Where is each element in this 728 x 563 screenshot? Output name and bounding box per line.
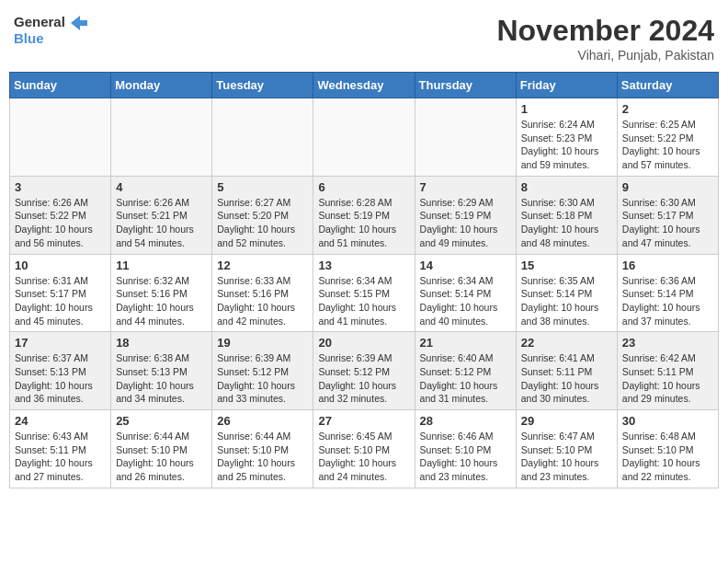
weekday-header-thursday: Thursday	[415, 73, 516, 98]
day-info: Sunrise: 6:31 AMSunset: 5:17 PMDaylight:…	[15, 274, 106, 328]
day-info: Sunrise: 6:36 AMSunset: 5:14 PMDaylight:…	[622, 274, 713, 328]
calendar-cell: 4Sunrise: 6:26 AMSunset: 5:21 PMDaylight…	[111, 176, 212, 254]
day-info: Sunrise: 6:41 AMSunset: 5:11 PMDaylight:…	[521, 351, 612, 406]
calendar-cell: 2Sunrise: 6:25 AMSunset: 5:22 PMDaylight…	[617, 98, 718, 177]
day-info: Sunrise: 6:25 AMSunset: 5:22 PMDaylight:…	[622, 118, 713, 172]
calendar-week-row: 3Sunrise: 6:26 AMSunset: 5:22 PMDaylight…	[10, 176, 719, 254]
calendar-cell: 22Sunrise: 6:41 AMSunset: 5:11 PMDayligh…	[516, 332, 617, 410]
day-info: Sunrise: 6:38 AMSunset: 5:13 PMDaylight:…	[116, 351, 207, 406]
day-number: 19	[217, 336, 308, 350]
calendar-cell: 30Sunrise: 6:48 AMSunset: 5:10 PMDayligh…	[617, 410, 718, 488]
location: Vihari, Punjab, Pakistan	[496, 48, 714, 63]
day-number: 3	[15, 180, 106, 194]
weekday-header-wednesday: Wednesday	[313, 73, 415, 98]
calendar-cell: 17Sunrise: 6:37 AMSunset: 5:13 PMDayligh…	[10, 332, 111, 410]
logo-text: General Blue	[14, 14, 87, 46]
day-info: Sunrise: 6:32 AMSunset: 5:16 PMDaylight:…	[116, 274, 207, 328]
weekday-header-saturday: Saturday	[617, 73, 718, 98]
day-number: 2	[622, 102, 713, 116]
calendar-cell: 18Sunrise: 6:38 AMSunset: 5:13 PMDayligh…	[111, 332, 212, 410]
logo-line1: General	[14, 14, 65, 29]
day-info: Sunrise: 6:26 AMSunset: 5:22 PMDaylight:…	[15, 196, 106, 250]
day-number: 9	[622, 180, 713, 194]
calendar-cell	[212, 98, 313, 177]
day-info: Sunrise: 6:29 AMSunset: 5:19 PMDaylight:…	[420, 196, 511, 250]
day-info: Sunrise: 6:47 AMSunset: 5:10 PMDaylight:…	[521, 430, 612, 484]
calendar-week-row: 1Sunrise: 6:24 AMSunset: 5:23 PMDaylight…	[10, 98, 719, 177]
calendar-cell: 12Sunrise: 6:33 AMSunset: 5:16 PMDayligh…	[212, 254, 313, 332]
day-info: Sunrise: 6:37 AMSunset: 5:13 PMDaylight:…	[15, 351, 106, 406]
day-number: 24	[15, 414, 106, 428]
day-number: 30	[622, 414, 713, 428]
day-number: 14	[420, 259, 511, 272]
calendar-cell	[313, 98, 415, 177]
day-info: Sunrise: 6:46 AMSunset: 5:10 PMDaylight:…	[420, 430, 511, 484]
calendar-cell: 25Sunrise: 6:44 AMSunset: 5:10 PMDayligh…	[111, 410, 212, 488]
day-number: 28	[420, 414, 511, 428]
calendar-table: SundayMondayTuesdayWednesdayThursdayFrid…	[9, 72, 719, 488]
day-number: 23	[622, 336, 713, 350]
calendar-cell: 23Sunrise: 6:42 AMSunset: 5:11 PMDayligh…	[617, 332, 718, 410]
month-title: November 2024	[496, 14, 714, 48]
calendar-cell: 8Sunrise: 6:30 AMSunset: 5:18 PMDaylight…	[516, 176, 617, 254]
day-info: Sunrise: 6:39 AMSunset: 5:12 PMDaylight:…	[318, 351, 409, 406]
day-info: Sunrise: 6:44 AMSunset: 5:10 PMDaylight:…	[116, 430, 207, 484]
day-number: 12	[217, 259, 308, 272]
day-info: Sunrise: 6:42 AMSunset: 5:11 PMDaylight:…	[622, 351, 713, 406]
calendar-cell: 3Sunrise: 6:26 AMSunset: 5:22 PMDaylight…	[10, 176, 111, 254]
calendar-cell: 5Sunrise: 6:27 AMSunset: 5:20 PMDaylight…	[212, 176, 313, 254]
calendar-cell: 14Sunrise: 6:34 AMSunset: 5:14 PMDayligh…	[415, 254, 516, 332]
weekday-header-sunday: Sunday	[10, 73, 111, 98]
day-info: Sunrise: 6:26 AMSunset: 5:21 PMDaylight:…	[116, 196, 207, 250]
day-number: 6	[318, 180, 409, 194]
day-info: Sunrise: 6:24 AMSunset: 5:23 PMDaylight:…	[521, 118, 612, 172]
day-number: 13	[318, 259, 409, 272]
weekday-header-monday: Monday	[111, 73, 212, 98]
weekday-header-row: SundayMondayTuesdayWednesdayThursdayFrid…	[10, 73, 719, 98]
logo: General Blue	[14, 14, 87, 46]
calendar-cell: 6Sunrise: 6:28 AMSunset: 5:19 PMDaylight…	[313, 176, 415, 254]
calendar-cell	[10, 98, 111, 177]
day-info: Sunrise: 6:27 AMSunset: 5:20 PMDaylight:…	[217, 196, 308, 250]
calendar-cell: 7Sunrise: 6:29 AMSunset: 5:19 PMDaylight…	[415, 176, 516, 254]
calendar-cell: 26Sunrise: 6:44 AMSunset: 5:10 PMDayligh…	[212, 410, 313, 488]
day-info: Sunrise: 6:43 AMSunset: 5:11 PMDaylight:…	[15, 430, 106, 484]
day-number: 22	[521, 336, 612, 350]
day-number: 25	[116, 414, 207, 428]
logo-line2: Blue	[14, 30, 87, 46]
calendar-cell: 11Sunrise: 6:32 AMSunset: 5:16 PMDayligh…	[111, 254, 212, 332]
calendar-cell: 19Sunrise: 6:39 AMSunset: 5:12 PMDayligh…	[212, 332, 313, 410]
day-info: Sunrise: 6:39 AMSunset: 5:12 PMDaylight:…	[217, 351, 308, 406]
day-number: 29	[521, 414, 612, 428]
day-number: 7	[420, 180, 511, 194]
calendar-cell: 16Sunrise: 6:36 AMSunset: 5:14 PMDayligh…	[617, 254, 718, 332]
day-number: 20	[318, 336, 409, 350]
calendar-cell: 24Sunrise: 6:43 AMSunset: 5:11 PMDayligh…	[10, 410, 111, 488]
calendar-cell	[415, 98, 516, 177]
day-number: 1	[521, 102, 612, 116]
calendar-cell: 9Sunrise: 6:30 AMSunset: 5:17 PMDaylight…	[617, 176, 718, 254]
calendar-cell: 10Sunrise: 6:31 AMSunset: 5:17 PMDayligh…	[10, 254, 111, 332]
day-info: Sunrise: 6:45 AMSunset: 5:10 PMDaylight:…	[318, 430, 409, 484]
day-info: Sunrise: 6:28 AMSunset: 5:19 PMDaylight:…	[318, 196, 409, 250]
day-info: Sunrise: 6:30 AMSunset: 5:17 PMDaylight:…	[622, 196, 713, 250]
day-number: 8	[521, 180, 612, 194]
day-info: Sunrise: 6:34 AMSunset: 5:14 PMDaylight:…	[420, 274, 511, 328]
day-number: 18	[116, 336, 207, 350]
day-info: Sunrise: 6:48 AMSunset: 5:10 PMDaylight:…	[622, 430, 713, 484]
day-number: 10	[15, 259, 106, 272]
calendar-week-row: 24Sunrise: 6:43 AMSunset: 5:11 PMDayligh…	[10, 410, 719, 488]
weekday-header-tuesday: Tuesday	[212, 73, 313, 98]
day-number: 15	[521, 259, 612, 272]
day-info: Sunrise: 6:40 AMSunset: 5:12 PMDaylight:…	[420, 351, 511, 406]
day-info: Sunrise: 6:35 AMSunset: 5:14 PMDaylight:…	[521, 274, 612, 328]
day-info: Sunrise: 6:34 AMSunset: 5:15 PMDaylight:…	[318, 274, 409, 328]
calendar-cell: 1Sunrise: 6:24 AMSunset: 5:23 PMDaylight…	[516, 98, 617, 177]
day-number: 4	[116, 180, 207, 194]
calendar-cell: 13Sunrise: 6:34 AMSunset: 5:15 PMDayligh…	[313, 254, 415, 332]
day-info: Sunrise: 6:30 AMSunset: 5:18 PMDaylight:…	[521, 196, 612, 250]
svg-marker-0	[71, 16, 87, 30]
weekday-header-friday: Friday	[516, 73, 617, 98]
calendar-cell	[111, 98, 212, 177]
day-info: Sunrise: 6:44 AMSunset: 5:10 PMDaylight:…	[217, 430, 308, 484]
